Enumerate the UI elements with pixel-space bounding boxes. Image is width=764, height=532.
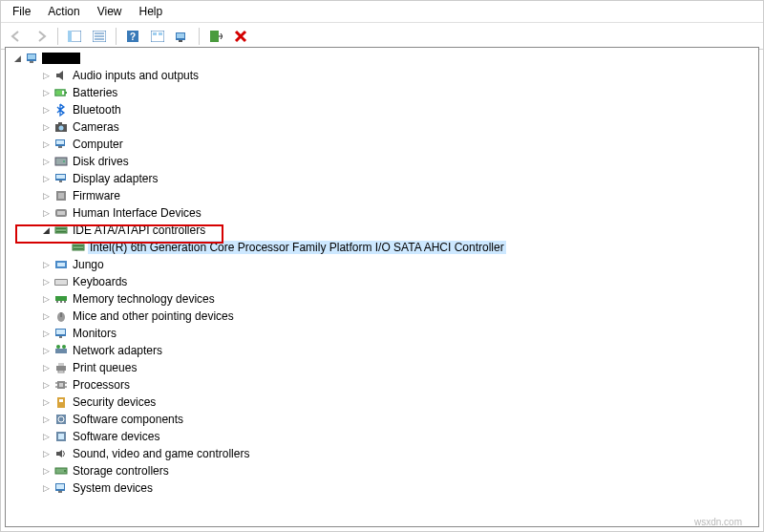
tree-category-node[interactable]: ◢IDE ATA/ATAPI controllers bbox=[11, 222, 758, 239]
svg-rect-19 bbox=[30, 61, 33, 63]
device-tree-pane[interactable]: ◢▷Audio inputs and outputs▷Batteries▷Blu… bbox=[5, 47, 759, 527]
printer-icon bbox=[53, 360, 69, 375]
tree-category-node[interactable]: ▷Jungo bbox=[11, 256, 758, 273]
tree-node-label: Security devices bbox=[71, 395, 158, 409]
chevron-right-icon[interactable]: ▷ bbox=[40, 431, 52, 442]
keyboard-icon bbox=[53, 274, 69, 289]
tree-category-node[interactable]: ▷Computer bbox=[11, 136, 758, 153]
tree-node-label: Print queues bbox=[71, 361, 138, 374]
help-button[interactable]: ? bbox=[121, 26, 144, 47]
chevron-right-icon[interactable]: ▷ bbox=[40, 207, 52, 219]
chevron-down-icon[interactable]: ◢ bbox=[11, 53, 23, 64]
tree-category-node[interactable]: ▷Human Interface Devices bbox=[11, 204, 758, 222]
tree-category-node[interactable]: ▷Network adapters bbox=[11, 342, 758, 359]
chevron-right-icon[interactable]: ▷ bbox=[40, 465, 52, 477]
chevron-right-icon[interactable]: ▷ bbox=[40, 121, 52, 133]
chevron-right-icon[interactable]: ▷ bbox=[40, 345, 52, 356]
svg-rect-51 bbox=[60, 301, 62, 303]
back-button[interactable] bbox=[5, 26, 28, 47]
chevron-right-icon[interactable]: ▷ bbox=[40, 448, 52, 459]
svg-rect-1 bbox=[68, 31, 72, 42]
svg-point-60 bbox=[62, 345, 66, 349]
toolbar: ? bbox=[1, 23, 763, 50]
chevron-right-icon[interactable]: ▷ bbox=[40, 414, 52, 425]
properties-button[interactable] bbox=[88, 26, 111, 47]
menu-help[interactable]: Help bbox=[132, 3, 171, 20]
svg-rect-57 bbox=[59, 336, 62, 338]
tree-category-node[interactable]: ▷Bluetooth bbox=[11, 101, 758, 118]
tree-category-node[interactable]: ▷Print queues bbox=[11, 359, 758, 376]
tree-node-label: Disk drives bbox=[71, 155, 131, 168]
chevron-right-icon[interactable]: ▷ bbox=[40, 87, 52, 98]
chevron-right-icon[interactable]: ▷ bbox=[40, 293, 52, 305]
tree-category-node[interactable]: ▷Monitors bbox=[11, 325, 758, 342]
tree-category-node[interactable]: ▷Disk drives bbox=[11, 153, 758, 170]
chevron-right-icon[interactable]: ▷ bbox=[40, 276, 52, 287]
tree-node-label: Memory technology devices bbox=[71, 292, 217, 306]
tree-node-label: Monitors bbox=[71, 327, 118, 340]
svg-rect-18 bbox=[28, 54, 35, 59]
tree-node-label: Bluetooth bbox=[71, 103, 123, 117]
tree-category-node[interactable]: ▷System devices bbox=[11, 479, 758, 497]
show-hide-console-button[interactable] bbox=[63, 26, 86, 47]
tree-category-node[interactable]: ▷Display adapters bbox=[11, 170, 758, 187]
tree-category-node[interactable]: ▷Software devices bbox=[11, 428, 758, 445]
svg-text:?: ? bbox=[130, 32, 136, 42]
console-tree-icon bbox=[68, 31, 81, 42]
svg-rect-48 bbox=[55, 280, 67, 285]
menu-view[interactable]: View bbox=[90, 3, 130, 20]
chevron-right-icon[interactable]: ▷ bbox=[40, 190, 52, 202]
svg-rect-10 bbox=[159, 32, 162, 35]
chevron-down-icon[interactable]: ◢ bbox=[40, 224, 52, 236]
svg-rect-29 bbox=[58, 146, 62, 148]
enable-device-button[interactable] bbox=[204, 26, 227, 47]
disable-device-button[interactable] bbox=[229, 26, 252, 47]
tree-root-node[interactable]: ◢ bbox=[11, 50, 758, 67]
chevron-right-icon[interactable]: ▷ bbox=[40, 156, 52, 167]
chevron-right-icon[interactable]: ▷ bbox=[40, 310, 52, 322]
svg-rect-58 bbox=[55, 349, 67, 353]
menu-action[interactable]: Action bbox=[40, 3, 87, 20]
svg-rect-14 bbox=[210, 31, 219, 42]
chevron-right-icon[interactable]: ▷ bbox=[40, 104, 52, 116]
tree-node-label: Mice and other pointing devices bbox=[71, 309, 236, 323]
view-devices-button[interactable] bbox=[146, 26, 169, 47]
tree-node-label: Audio inputs and outputs bbox=[71, 69, 201, 82]
chevron-right-icon[interactable]: ▷ bbox=[40, 138, 52, 150]
tree-node-label: Storage controllers bbox=[71, 464, 171, 478]
chevron-right-icon[interactable]: ▷ bbox=[40, 396, 52, 408]
svg-rect-36 bbox=[58, 193, 64, 199]
scan-hardware-button[interactable] bbox=[171, 26, 194, 47]
tree-category-node[interactable]: ▷Storage controllers bbox=[11, 462, 758, 479]
tree-category-node[interactable]: ▷Cameras bbox=[11, 118, 758, 136]
ide-icon bbox=[71, 240, 86, 255]
tree-category-node[interactable]: ▷Sound, video and game controllers bbox=[11, 445, 758, 462]
tree-category-node[interactable]: ▷Security devices bbox=[11, 394, 758, 411]
tree-category-node[interactable]: ▷Mice and other pointing devices bbox=[11, 308, 758, 325]
chevron-right-icon[interactable]: ▷ bbox=[40, 362, 52, 373]
tree-category-node[interactable]: ▷Keyboards bbox=[11, 273, 758, 290]
tree-category-node[interactable]: ▷Memory technology devices bbox=[11, 290, 758, 308]
menu-file[interactable]: File bbox=[5, 3, 38, 20]
tree-device-node[interactable]: Intel(R) 6th Generation Core Processor F… bbox=[11, 239, 758, 256]
computer-icon bbox=[25, 51, 40, 66]
tree-category-node[interactable]: ▷Software components bbox=[11, 411, 758, 428]
disk-icon bbox=[53, 154, 69, 169]
tree-category-node[interactable]: ▷Audio inputs and outputs bbox=[11, 67, 758, 84]
tree-category-node[interactable]: ▷Processors bbox=[11, 376, 758, 394]
tree-node-label: Sound, video and game controllers bbox=[71, 447, 251, 460]
svg-rect-22 bbox=[65, 92, 67, 94]
chevron-right-icon[interactable]: ▷ bbox=[40, 173, 52, 184]
tree-node-label: Jungo bbox=[71, 258, 106, 271]
tree-category-node[interactable]: ▷Firmware bbox=[11, 187, 758, 204]
forward-button[interactable] bbox=[30, 26, 53, 47]
chevron-right-icon[interactable]: ▷ bbox=[40, 259, 52, 270]
chevron-right-icon[interactable]: ▷ bbox=[40, 328, 52, 339]
battery-icon bbox=[53, 85, 69, 100]
chevron-right-icon[interactable]: ▷ bbox=[40, 379, 52, 391]
chevron-right-icon[interactable]: ▷ bbox=[40, 482, 52, 494]
svg-rect-75 bbox=[58, 434, 64, 439]
toolbar-separator bbox=[116, 28, 117, 45]
tree-category-node[interactable]: ▷Batteries bbox=[11, 84, 758, 101]
chevron-right-icon[interactable]: ▷ bbox=[40, 70, 52, 81]
